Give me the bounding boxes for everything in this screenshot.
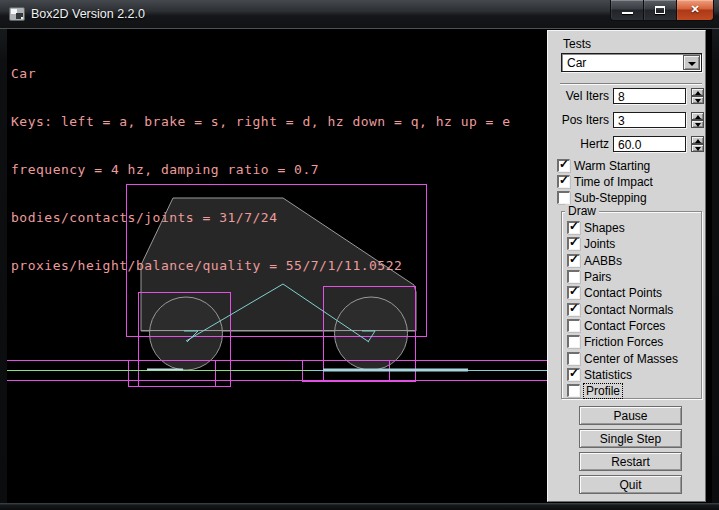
- chevron-down-icon: [688, 62, 696, 66]
- checkbox-icon: ✓: [567, 254, 580, 267]
- vel-iters-row: Vel Iters 8: [548, 88, 707, 104]
- hertz-down-button[interactable]: [691, 144, 704, 152]
- tests-dropdown[interactable]: Car: [561, 53, 702, 72]
- restart-button[interactable]: Restart: [579, 452, 682, 471]
- close-icon: ✕: [677, 3, 713, 16]
- title-bar[interactable]: Box2D Version 2.2.0 ✕: [0, 0, 719, 29]
- client-area: Car Keys: left = a, brake = s, right = d…: [7, 29, 712, 503]
- checkbox-icon: ✓: [567, 221, 580, 234]
- close-button[interactable]: ✕: [676, 0, 714, 21]
- arrow-up-icon: [695, 91, 701, 95]
- arrow-up-icon: [695, 115, 701, 119]
- checkbox-icon: ✓: [557, 175, 570, 188]
- time-of-impact-label: Time of Impact: [574, 175, 653, 189]
- pos-iters-up-button[interactable]: [691, 112, 704, 120]
- info-line-counts: bodies/contacts/joints = 31/7/24: [11, 210, 547, 226]
- vel-iters-down-button[interactable]: [691, 96, 704, 104]
- hertz-row: Hertz 60.0: [548, 136, 707, 152]
- pos-iters-row: Pos Iters 3: [548, 112, 707, 128]
- friction-forces-label: Friction Forces: [584, 335, 663, 349]
- center-of-masses-label: Center of Masses: [584, 352, 678, 366]
- checkbox-icon: ✓: [557, 191, 570, 204]
- checkbox-icon: ✓: [567, 368, 580, 381]
- arrow-down-icon: [695, 147, 701, 151]
- info-line-frequency: frequency = 4 hz, damping ratio = 0.7: [11, 162, 547, 178]
- contact-forces-label: Contact Forces: [584, 319, 665, 333]
- vel-iters-up-button[interactable]: [691, 88, 704, 96]
- vel-iters-spinner: [691, 88, 704, 104]
- checkbox-icon: ✓: [567, 237, 580, 250]
- contact-points-label: Contact Points: [584, 286, 662, 300]
- checkbox-icon: ✓: [567, 303, 580, 316]
- draw-group-label: Draw: [565, 204, 599, 218]
- contact-normals-label: Contact Normals: [584, 303, 673, 317]
- statistics-label: Statistics: [584, 368, 632, 382]
- checkbox-icon: ✓: [567, 384, 580, 397]
- caption-buttons: ✕: [610, 0, 714, 21]
- control-panel: Tests Car Vel Iters 8 Pos Iters 3: [547, 30, 706, 502]
- single-step-button[interactable]: Single Step: [579, 429, 682, 448]
- info-line-keys: Keys: left = a, brake = s, right = d, hz…: [11, 114, 547, 130]
- warm-starting-label: Warm Starting: [574, 159, 650, 173]
- contact-marker: [147, 369, 183, 371]
- hertz-spinner: [691, 136, 704, 152]
- maximize-button[interactable]: [644, 0, 676, 21]
- tests-dropdown-button[interactable]: [683, 55, 700, 70]
- checkbox-icon: ✓: [567, 286, 580, 299]
- checkbox-icon: ✓: [567, 270, 580, 283]
- checkbox-icon: ✓: [567, 319, 580, 332]
- profile-label: Profile: [584, 384, 622, 398]
- joints-label: Joints: [584, 237, 615, 251]
- maximize-icon: [655, 6, 665, 14]
- car-rear-wheel-shape: [150, 297, 223, 370]
- checkbox-icon: ✓: [567, 335, 580, 348]
- checkbox-icon: ✓: [567, 352, 580, 365]
- debug-info-text: Car Keys: left = a, brake = s, right = d…: [11, 34, 547, 306]
- pos-iters-label: Pos Iters: [548, 113, 609, 127]
- hertz-label: Hertz: [548, 137, 609, 151]
- window-title: Box2D Version 2.2.0: [31, 7, 145, 21]
- arrow-down-icon: [695, 123, 701, 127]
- pos-iters-down-button[interactable]: [691, 120, 704, 128]
- minimize-icon: [622, 12, 633, 14]
- bridge-plank-segment: [323, 369, 468, 372]
- window-bottom-border: [0, 503, 719, 510]
- checkbox-icon: ✓: [557, 159, 570, 172]
- info-line-proxies: proxies/height/balance/quality = 55/7/1/…: [11, 258, 547, 274]
- vel-iters-input[interactable]: 8: [613, 88, 686, 104]
- tests-label: Tests: [563, 37, 591, 51]
- arrow-up-icon: [695, 139, 701, 143]
- car-front-wheel-shape: [335, 297, 408, 370]
- separator-line: [560, 83, 702, 85]
- pause-button[interactable]: Pause: [579, 406, 682, 425]
- sub-stepping-label: Sub-Stepping: [574, 191, 647, 205]
- aabbs-label: AABBs: [584, 254, 622, 268]
- tests-selected-value: Car: [567, 56, 586, 70]
- pos-iters-spinner: [691, 112, 704, 128]
- pos-iters-input[interactable]: 3: [613, 112, 686, 128]
- box2d-window: Box2D Version 2.2.0 ✕: [0, 0, 719, 510]
- minimize-button[interactable]: [610, 0, 644, 21]
- app-icon: [9, 7, 25, 21]
- hertz-up-button[interactable]: [691, 136, 704, 144]
- hertz-input[interactable]: 60.0: [613, 136, 686, 152]
- pairs-label: Pairs: [584, 270, 611, 284]
- quit-button[interactable]: Quit: [579, 475, 682, 494]
- arrow-down-icon: [695, 99, 701, 103]
- info-line-test-name: Car: [11, 66, 547, 82]
- vel-iters-label: Vel Iters: [548, 89, 609, 103]
- simulation-canvas[interactable]: Car Keys: left = a, brake = s, right = d…: [7, 29, 547, 503]
- shapes-label: Shapes: [584, 221, 625, 235]
